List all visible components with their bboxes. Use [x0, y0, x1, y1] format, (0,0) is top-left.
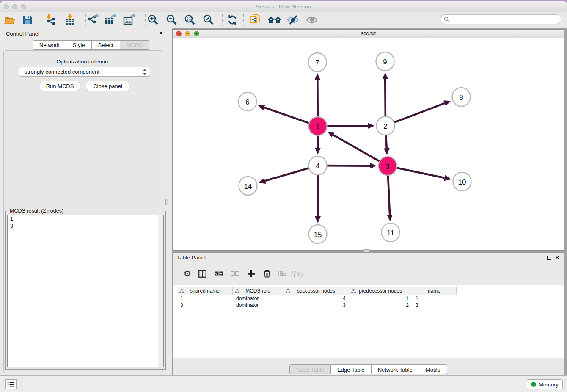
column-mode-icon[interactable] — [196, 267, 209, 280]
zoom-fit-icon[interactable] — [183, 14, 197, 26]
memory-label: Memory — [539, 381, 559, 388]
edge-2-3[interactable] — [386, 133, 387, 148]
table-panel-title: Table Panel — [177, 254, 206, 261]
run-mcds-button[interactable]: Run MCDS — [40, 81, 80, 91]
refresh-icon[interactable] — [226, 14, 239, 26]
toolbar-separator — [243, 14, 244, 26]
open-session-icon[interactable] — [3, 14, 17, 26]
table-tab-node-table[interactable]: Node Table — [289, 364, 331, 374]
delete-column-icon[interactable] — [261, 267, 273, 280]
unselect-all-rows-icon[interactable] — [228, 267, 241, 280]
zoom-in-icon[interactable] — [146, 14, 160, 26]
vertical-splitter-handle[interactable] — [165, 199, 168, 205]
search-input[interactable] — [451, 16, 561, 23]
tab-style[interactable]: Style — [66, 40, 92, 50]
edge-1-2[interactable] — [325, 126, 368, 126]
result-item[interactable]: 1 — [8, 215, 163, 223]
hide-selected-icon[interactable] — [286, 14, 300, 26]
table-tab-motifs[interactable]: Motifs — [419, 364, 447, 374]
toolbar-separator — [145, 14, 146, 26]
edge-4-3[interactable] — [325, 166, 370, 166]
close-table-panel-icon[interactable]: × — [555, 255, 559, 259]
task-history-button[interactable] — [5, 379, 17, 389]
table-tab-edge-table[interactable]: Edge Table — [331, 364, 372, 374]
svg-text:15: 15 — [314, 231, 322, 239]
select-all-rows-icon[interactable] — [212, 267, 225, 280]
graph-node-9[interactable]: 9 — [376, 52, 394, 71]
column-header-name[interactable]: name — [412, 287, 457, 295]
edge-3-11[interactable] — [388, 174, 390, 215]
table-row[interactable]: 3dominator323 — [177, 302, 564, 309]
apply-function-icon[interactable]: f(x) — [290, 267, 303, 280]
table-cell[interactable]: 2 — [349, 302, 412, 309]
criterion-select[interactable]: strongly connected component — [19, 67, 150, 77]
edge-1-6[interactable] — [264, 108, 311, 124]
graph-node-11[interactable]: 11 — [382, 223, 400, 242]
export-network-icon[interactable] — [86, 14, 99, 26]
result-item[interactable]: 3 — [8, 223, 163, 230]
close-panel-button[interactable]: Close panel — [86, 81, 129, 91]
graph-node-1[interactable]: 1 — [309, 117, 327, 135]
graph-node-8[interactable]: 8 — [452, 88, 471, 106]
column-header-MCDS-role[interactable]: MCDS role — [233, 287, 284, 295]
edge-3-10[interactable] — [395, 168, 445, 178]
float-panel-icon[interactable] — [151, 31, 155, 35]
control-panel-title: Control Panel — [6, 30, 39, 37]
edge-1-7[interactable] — [317, 80, 318, 119]
table-cell[interactable]: 1 — [349, 295, 412, 302]
first-neighbors-icon[interactable] — [268, 14, 281, 26]
edge-4-14[interactable] — [265, 168, 310, 181]
network-canvas[interactable]: 7968124314101511 — [173, 38, 564, 250]
show-all-icon[interactable] — [305, 14, 319, 26]
save-session-icon[interactable] — [21, 14, 34, 26]
table-cell[interactable]: 3 — [284, 302, 349, 309]
search-field[interactable] — [440, 14, 561, 24]
add-column-icon[interactable] — [245, 267, 257, 280]
memory-button[interactable]: Memory — [527, 379, 563, 389]
zoom-selected-icon[interactable] — [202, 14, 215, 26]
mcds-result-list[interactable]: 13 — [7, 215, 164, 367]
graph-node-6[interactable]: 6 — [239, 92, 257, 111]
tab-select[interactable]: Select — [92, 40, 120, 50]
graph-node-10[interactable]: 10 — [453, 172, 471, 191]
tab-network[interactable]: Network — [33, 40, 66, 50]
column-header-predecessor-nodes[interactable]: predecessor nodes — [349, 287, 412, 295]
float-table-panel-icon[interactable] — [547, 256, 551, 260]
horizontal-splitter-handle[interactable] — [364, 249, 369, 252]
edge-2-9[interactable] — [385, 79, 385, 118]
result-scrollbar[interactable] — [158, 215, 163, 367]
table-row[interactable]: 1dominator411 — [177, 295, 564, 302]
table-tabs: Node TableEdge TableNetwork TableMotifs — [173, 364, 564, 374]
tab-mcds[interactable]: MCDS — [120, 40, 149, 50]
table-cell[interactable]: 1 — [177, 295, 233, 302]
network-window-titlebar[interactable]: × − + scc.txt — [173, 30, 564, 38]
table-cell[interactable]: 1 — [412, 295, 457, 302]
graph-node-7[interactable]: 7 — [308, 53, 327, 72]
edge-2-8[interactable] — [393, 103, 445, 123]
table-cell[interactable]: dominator — [233, 302, 284, 309]
export-table-icon[interactable] — [104, 14, 118, 26]
close-panel-icon[interactable]: × — [159, 31, 163, 35]
table-cell[interactable]: 4 — [284, 295, 349, 302]
export-image-icon[interactable] — [123, 14, 136, 26]
graph-node-3[interactable]: 3 — [379, 157, 397, 175]
table-cell[interactable]: 3 — [412, 302, 457, 309]
import-network-icon[interactable] — [44, 14, 58, 26]
import-table-icon[interactable] — [63, 14, 77, 26]
table-cell[interactable]: 3 — [177, 302, 233, 309]
graph-node-14[interactable]: 14 — [239, 177, 257, 195]
table-settings-icon[interactable]: ⚙ — [181, 267, 194, 280]
column-header-shared-name[interactable]: shared name — [177, 287, 233, 295]
duplicate-network-icon[interactable] — [249, 14, 262, 26]
graph-node-15[interactable]: 15 — [309, 225, 327, 243]
graph-node-2[interactable]: 2 — [377, 116, 395, 135]
table-cell[interactable]: dominator — [233, 295, 284, 302]
criterion-value: strongly connected component — [25, 69, 99, 75]
zoom-out-icon[interactable] — [165, 14, 179, 26]
svg-text:8: 8 — [459, 94, 463, 102]
graph-node-4[interactable]: 4 — [309, 156, 327, 175]
edge-3-1[interactable] — [333, 135, 381, 162]
column-header-successor-nodes[interactable]: successor nodes — [284, 287, 349, 295]
table-tab-network-table[interactable]: Network Table — [372, 364, 419, 374]
delete-table-icon[interactable] — [275, 267, 288, 280]
